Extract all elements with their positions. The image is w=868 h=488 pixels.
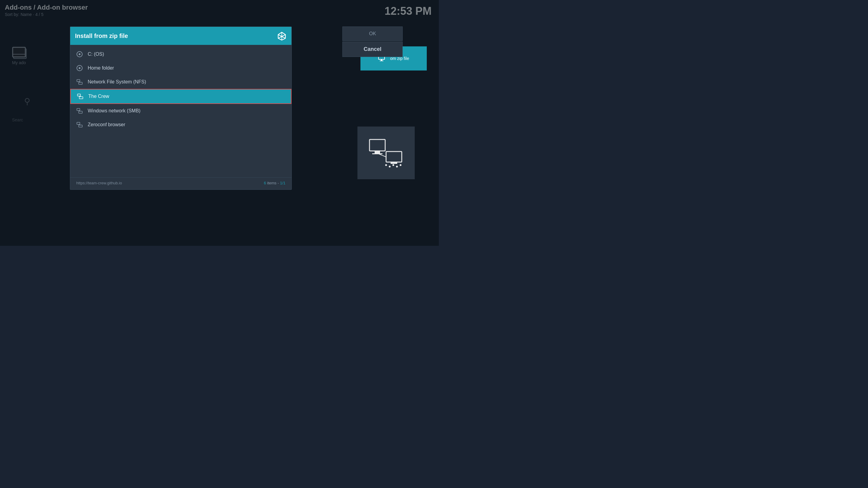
svg-point-13: [393, 164, 394, 166]
ok-button[interactable]: OK: [342, 27, 403, 41]
svg-rect-25: [77, 79, 80, 82]
footer-url: https://team-crew.github.io: [76, 181, 122, 185]
svg-rect-4: [381, 59, 382, 61]
svg-point-22: [79, 53, 81, 55]
dialog-footer: https://team-crew.github.io 6 items - 1/…: [70, 177, 291, 190]
list-item-c-os[interactable]: C: (OS): [70, 47, 291, 61]
install-dialog: Install from zip file C: (OS) Home folde…: [70, 27, 292, 190]
page-count: 1/1: [280, 181, 285, 185]
cancel-button[interactable]: Cancel: [342, 41, 403, 57]
svg-point-15: [400, 164, 401, 166]
svg-rect-32: [79, 111, 82, 113]
footer-count: 6 items - 1/1: [264, 181, 285, 185]
svg-point-14: [396, 166, 398, 167]
svg-rect-9: [386, 152, 402, 162]
list-item-zeroconf[interactable]: Zeroconf browser: [70, 118, 291, 132]
list-item-label: Windows network (SMB): [88, 108, 141, 113]
thumbnail-area: [358, 127, 415, 179]
svg-point-24: [79, 67, 81, 69]
drive-icon-2: [76, 65, 83, 71]
svg-rect-29: [79, 97, 83, 99]
kodi-logo-icon: [277, 31, 287, 41]
svg-rect-28: [78, 94, 81, 96]
dialog-title: Install from zip file: [75, 33, 128, 39]
svg-rect-5: [380, 61, 383, 61]
network-icon-smb: [76, 107, 83, 114]
list-item-the-crew[interactable]: The Crew: [70, 89, 291, 104]
svg-point-12: [389, 166, 391, 167]
list-item-smb[interactable]: Windows network (SMB): [70, 104, 291, 118]
svg-rect-10: [391, 162, 397, 164]
svg-rect-26: [79, 82, 82, 84]
svg-rect-6: [370, 139, 385, 151]
action-buttons: OK Cancel: [342, 27, 403, 57]
drive-icon: [76, 51, 83, 58]
svg-point-11: [385, 164, 387, 166]
items-label: items -: [267, 181, 280, 185]
network-icon: [76, 78, 83, 85]
list-item-label: Zeroconf browser: [88, 122, 125, 127]
dialog-header: Install from zip file: [70, 27, 291, 45]
svg-rect-31: [77, 108, 80, 110]
svg-rect-34: [77, 122, 80, 124]
list-item-label: C: (OS): [88, 52, 104, 57]
list-item-nfs[interactable]: Network File System (NFS): [70, 75, 291, 89]
file-list: C: (OS) Home folder Network File System …: [70, 45, 291, 177]
network-icon-zeroconf: [76, 121, 83, 128]
network-icon-selected: [77, 93, 84, 100]
svg-rect-35: [79, 125, 82, 127]
list-item-home-folder[interactable]: Home folder: [70, 61, 291, 75]
list-item-label: Home folder: [88, 65, 114, 71]
items-count: 6: [264, 181, 266, 185]
svg-rect-7: [375, 151, 380, 153]
list-item-label: Network File System (NFS): [88, 79, 146, 85]
list-item-label: The Crew: [88, 94, 109, 99]
